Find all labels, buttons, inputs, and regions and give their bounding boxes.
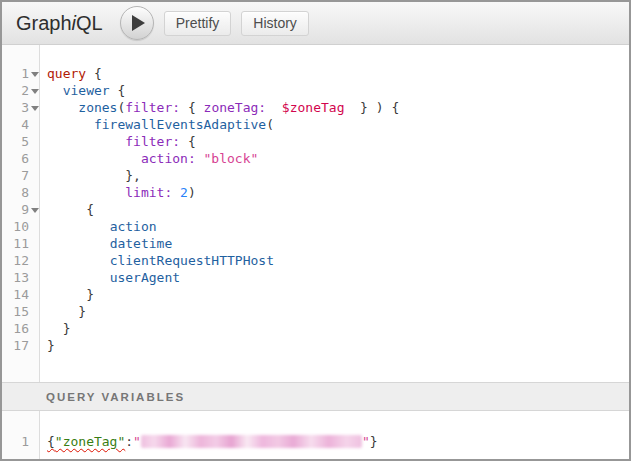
- token-ws: [47, 185, 125, 200]
- code-text: action: [40, 218, 157, 235]
- fold-gutter: [29, 65, 40, 82]
- fold-gutter: [29, 133, 40, 150]
- token-ws: [47, 151, 141, 166]
- execute-query-button[interactable]: [120, 6, 154, 40]
- token-punc: :: [125, 434, 133, 449]
- token-punc: }: [63, 321, 71, 336]
- fold-gutter: [29, 99, 40, 116]
- line-number: 7: [2, 167, 29, 184]
- code-line: 4 firewallEventsAdaptive(: [2, 116, 629, 133]
- token-ws: [172, 185, 180, 200]
- history-button[interactable]: History: [241, 11, 309, 36]
- token-field: zones: [78, 100, 117, 115]
- code-text: }: [40, 303, 86, 320]
- fold-gutter: [29, 269, 40, 286]
- fold-gutter: [29, 167, 40, 184]
- code-line: 6 action: "block": [2, 150, 629, 167]
- token-ws: [47, 83, 63, 98]
- token-ws: [47, 270, 110, 285]
- fold-arrow-icon[interactable]: [31, 106, 39, 111]
- token-punc: } ) {: [344, 100, 399, 115]
- code-text: zones(filter: { zoneTag: $zoneTag } ) {: [40, 99, 399, 116]
- code-line: 11 datetime: [2, 235, 629, 252]
- fold-gutter: [29, 337, 40, 354]
- token-ws: [47, 202, 86, 217]
- line-number: 8: [2, 184, 29, 201]
- line-number: 13: [2, 269, 29, 286]
- code-text: userAgent: [40, 269, 180, 286]
- code-text: viewer {: [40, 82, 125, 99]
- token-kw: query: [47, 66, 86, 81]
- code-line: 12 clientRequestHTTPHost: [2, 252, 629, 269]
- fold-arrow-icon[interactable]: [31, 72, 39, 77]
- graphiql-window: GraphiQL Prettify History 1query {2 view…: [0, 0, 631, 461]
- line-number: 17: [2, 337, 29, 354]
- line-number: 12: [2, 252, 29, 269]
- token-punc: (: [266, 117, 274, 132]
- token-punc: {: [86, 202, 94, 217]
- code-line: 5 filter: {: [2, 133, 629, 150]
- variables-editor[interactable]: 1{"zoneTag":""}: [2, 411, 629, 459]
- code-text: clientRequestHTTPHost: [40, 252, 274, 269]
- token-attr: filter:: [125, 134, 180, 149]
- fold-gutter: [29, 286, 40, 303]
- token-num: 2: [180, 185, 188, 200]
- token-ws: [47, 287, 86, 302]
- token-attr: limit:: [125, 185, 172, 200]
- code-line: 16 }: [2, 320, 629, 337]
- token-punc: {: [180, 100, 203, 115]
- token-field: clientRequestHTTPHost: [110, 253, 274, 268]
- code-line: 7 },: [2, 167, 629, 184]
- token-field: firewallEventsAdaptive: [94, 117, 266, 132]
- fold-gutter: [29, 116, 40, 133]
- code-text: query {: [40, 65, 102, 82]
- fold-gutter: [29, 218, 40, 235]
- token-attr: action:: [141, 151, 196, 166]
- logo-text-suffix: QL: [76, 12, 103, 34]
- code-line: 9 {: [2, 201, 629, 218]
- code-line: 1{"zoneTag":""}: [2, 433, 629, 450]
- code-lines: 1query {2 viewer {3 zones(filter: { zone…: [2, 45, 629, 354]
- code-line: 8 limit: 2): [2, 184, 629, 201]
- code-line: 1query {: [2, 65, 629, 82]
- token-attr: filter:: [125, 100, 180, 115]
- code-text: {: [40, 201, 94, 218]
- prettify-button[interactable]: Prettify: [164, 11, 232, 36]
- token-punc: },: [125, 168, 141, 183]
- code-text: action: "block": [40, 150, 258, 167]
- token-ws: [47, 134, 125, 149]
- line-number: 11: [2, 235, 29, 252]
- token-str: ": [133, 434, 141, 449]
- code-line: 15 }: [2, 303, 629, 320]
- fold-gutter: [29, 320, 40, 337]
- token-var: $zoneTag: [282, 100, 345, 115]
- code-line: 3 zones(filter: { zoneTag: $zoneTag } ) …: [2, 99, 629, 116]
- fold-arrow-icon[interactable]: [31, 89, 39, 94]
- fold-gutter: [29, 303, 40, 320]
- token-ws: [266, 100, 282, 115]
- code-text: {"zoneTag":""}: [40, 433, 378, 450]
- token-field: action: [110, 219, 157, 234]
- token-punc: {: [180, 134, 196, 149]
- line-number: 6: [2, 150, 29, 167]
- code-text: }: [40, 337, 55, 354]
- query-variables-header[interactable]: QUERY VARIABLES: [2, 382, 629, 411]
- token-punc: {: [86, 66, 102, 81]
- code-line: 14 }: [2, 286, 629, 303]
- token-ws: [196, 151, 204, 166]
- token-ws: [47, 236, 110, 251]
- fold-arrow-icon[interactable]: [31, 208, 39, 213]
- token-ws: [47, 253, 110, 268]
- variables-lines: 1{"zoneTag":""}: [2, 411, 629, 450]
- token-punc: ): [188, 185, 196, 200]
- line-number: 15: [2, 303, 29, 320]
- query-editor[interactable]: 1query {2 viewer {3 zones(filter: { zone…: [2, 45, 629, 382]
- fold-gutter: [29, 433, 40, 450]
- token-ws: [47, 321, 63, 336]
- token-ws: [47, 168, 125, 183]
- token-attr: zoneTag:: [204, 100, 267, 115]
- code-text: limit: 2): [40, 184, 196, 201]
- code-line: 10 action: [2, 218, 629, 235]
- token-field: viewer: [63, 83, 110, 98]
- code-text: datetime: [40, 235, 172, 252]
